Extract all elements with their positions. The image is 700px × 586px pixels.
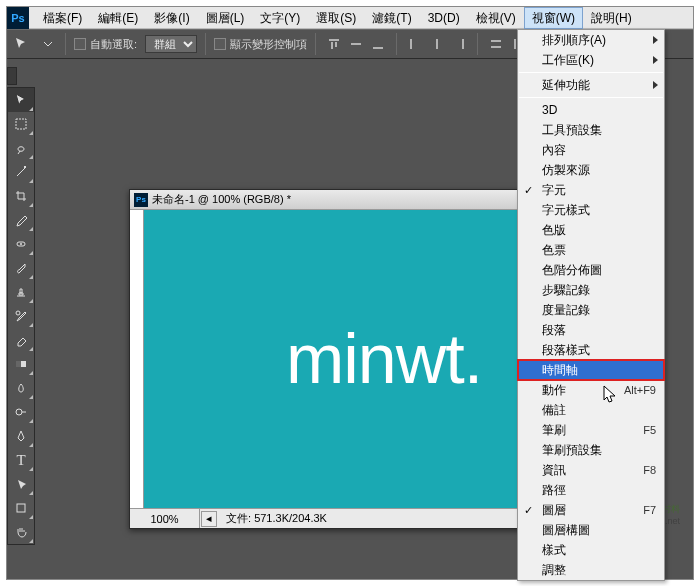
doc-info[interactable]: 文件: 571.3K/204.3K	[218, 511, 524, 526]
crop-tool[interactable]	[8, 184, 34, 208]
menu-item[interactable]: 度量記錄	[518, 300, 664, 320]
stamp-tool[interactable]	[8, 280, 34, 304]
auto-select-mode[interactable]: 群組	[145, 35, 197, 53]
lasso-tool[interactable]	[8, 136, 34, 160]
menubar-item[interactable]: 濾鏡(T)	[364, 7, 419, 29]
brush-tool[interactable]	[8, 256, 34, 280]
eraser-tool[interactable]	[8, 328, 34, 352]
distribute-icon[interactable]	[486, 34, 506, 54]
type-tool[interactable]: T	[8, 448, 34, 472]
healing-tool[interactable]	[8, 232, 34, 256]
marquee-tool[interactable]	[8, 112, 34, 136]
menubar-item[interactable]: 檔案(F)	[35, 7, 90, 29]
status-prev-icon[interactable]: ◂	[201, 511, 217, 527]
menu-item[interactable]: 時間軸	[518, 360, 664, 380]
align-vcenter-icon[interactable]	[346, 34, 366, 54]
menu-item[interactable]: ✓字元	[518, 180, 664, 200]
menu-item[interactable]: 色版	[518, 220, 664, 240]
menubar-item[interactable]: 檢視(V)	[468, 7, 524, 29]
svg-point-14	[16, 311, 20, 315]
svg-rect-6	[436, 39, 438, 49]
submenu-arrow-icon	[653, 36, 658, 44]
menu-item[interactable]: ✓圖層F7	[518, 500, 664, 520]
menu-item[interactable]: 色票	[518, 240, 664, 260]
check-icon: ✓	[524, 504, 533, 517]
svg-rect-4	[373, 47, 383, 49]
align-bottom-icon[interactable]	[368, 34, 388, 54]
svg-rect-3	[351, 43, 361, 45]
menu-item[interactable]: 備註	[518, 400, 664, 420]
dodge-tool[interactable]	[8, 400, 34, 424]
menu-item[interactable]: 色階分佈圖	[518, 260, 664, 280]
align-top-icon[interactable]	[324, 34, 344, 54]
menu-item[interactable]: 資訊F8	[518, 460, 664, 480]
menu-item[interactable]: 段落	[518, 320, 664, 340]
dropdown-icon[interactable]	[39, 35, 57, 53]
path-select-tool[interactable]	[8, 472, 34, 496]
svg-rect-18	[17, 504, 25, 512]
menu-separator	[519, 72, 663, 73]
menubar-item[interactable]: 影像(I)	[146, 7, 197, 29]
menu-item[interactable]: 步驟記錄	[518, 280, 664, 300]
scrollbar-left[interactable]	[130, 210, 144, 508]
menu-item[interactable]: 動作Alt+F9	[518, 380, 664, 400]
menu-separator	[519, 97, 663, 98]
menu-item[interactable]: 樣式	[518, 540, 664, 560]
menubar-item[interactable]: 3D(D)	[420, 7, 468, 29]
menu-item[interactable]: 仿製來源	[518, 160, 664, 180]
menu-item[interactable]: 內容	[518, 140, 664, 160]
align-group-2	[405, 34, 469, 54]
toolbox-tab[interactable]	[7, 67, 17, 85]
svg-rect-5	[410, 39, 412, 49]
menu-item[interactable]: 3D	[518, 100, 664, 120]
menubar-item[interactable]: 視窗(W)	[524, 7, 583, 29]
shape-tool[interactable]	[8, 496, 34, 520]
zoom-level[interactable]: 100%	[130, 509, 200, 528]
svg-rect-10	[514, 39, 516, 49]
svg-rect-9	[491, 46, 501, 48]
menu-arrange[interactable]: 排列順序(A)	[518, 30, 664, 50]
magic-wand-tool[interactable]	[8, 160, 34, 184]
menubar-item[interactable]: 文字(Y)	[252, 7, 308, 29]
ps-mini-icon: Ps	[134, 193, 148, 207]
menubar-item[interactable]: 編輯(E)	[90, 7, 146, 29]
menu-item[interactable]: 筆刷預設集	[518, 440, 664, 460]
show-transform-label: 顯示變形控制項	[230, 37, 307, 52]
menu-item[interactable]: 字元樣式	[518, 200, 664, 220]
history-brush-tool[interactable]	[8, 304, 34, 328]
svg-rect-16	[16, 361, 21, 367]
show-transform-checkbox[interactable]: 顯示變形控制項	[214, 37, 307, 52]
menubar-item[interactable]: 說明(H)	[583, 7, 640, 29]
align-hcenter-icon[interactable]	[427, 34, 447, 54]
move-tool[interactable]	[8, 88, 34, 112]
hand-tool[interactable]	[8, 520, 34, 544]
blur-tool[interactable]	[8, 376, 34, 400]
menubar-item[interactable]: 選取(S)	[308, 7, 364, 29]
eyedropper-tool[interactable]	[8, 208, 34, 232]
check-icon: ✓	[524, 184, 533, 197]
menubar-item[interactable]: 圖層(L)	[198, 7, 253, 29]
menu-item[interactable]: 筆刷F5	[518, 420, 664, 440]
menu-item[interactable]: 路徑	[518, 480, 664, 500]
canvas-text: minwt.	[286, 319, 482, 399]
menu-item[interactable]: 圖層構圖	[518, 520, 664, 540]
align-left-icon[interactable]	[405, 34, 425, 54]
menu-item[interactable]: 段落樣式	[518, 340, 664, 360]
submenu-arrow-icon	[653, 56, 658, 64]
menubar: Ps 檔案(F)編輯(E)影像(I)圖層(L)文字(Y)選取(S)濾鏡(T)3D…	[7, 7, 693, 29]
menu-item[interactable]: 調整	[518, 560, 664, 580]
menu-item[interactable]: 工具預設集	[518, 120, 664, 140]
shortcut-label: F7	[643, 504, 656, 516]
menu-workspace[interactable]: 工作區(K)	[518, 50, 664, 70]
pen-tool[interactable]	[8, 424, 34, 448]
svg-rect-8	[491, 40, 501, 42]
shortcut-label: F8	[643, 464, 656, 476]
ps-logo: Ps	[7, 7, 29, 29]
svg-rect-12	[16, 119, 26, 129]
menu-extensions[interactable]: 延伸功能	[518, 75, 664, 95]
auto-select-checkbox[interactable]: 自動選取:	[74, 37, 137, 52]
align-right-icon[interactable]	[449, 34, 469, 54]
svg-rect-2	[335, 42, 337, 47]
gradient-tool[interactable]	[8, 352, 34, 376]
move-tool-icon	[13, 35, 31, 53]
